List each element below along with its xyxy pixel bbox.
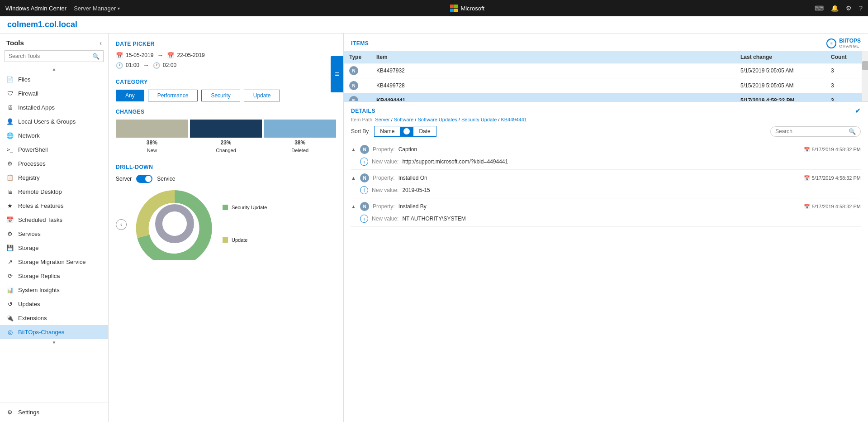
- panel-toggle-button[interactable]: ≡: [331, 56, 343, 92]
- sort-toggle[interactable]: [400, 127, 413, 136]
- sidebar-item-network[interactable]: 🌐 Network: [0, 129, 108, 143]
- category-update-button[interactable]: Update: [244, 90, 280, 101]
- items-title: ITEMS: [351, 40, 369, 47]
- sidebar-item-registry[interactable]: 📋 Registry: [0, 171, 108, 185]
- scroll-down-arrow: ▼: [52, 340, 57, 345]
- expand-installed-on-button[interactable]: ▲: [351, 175, 356, 181]
- details-search-icon[interactable]: 🔍: [849, 128, 856, 135]
- legend-security-update-color: [223, 205, 228, 210]
- sidebar-header: Tools ‹: [0, 34, 108, 50]
- drill-down-chart-area: ‹: [116, 187, 336, 261]
- microsoft-label: Microsoft: [460, 5, 484, 12]
- sidebar-item-storage[interactable]: 💾 Storage: [0, 241, 108, 255]
- sidebar-item-roles-features[interactable]: ★ Roles & Features: [0, 199, 108, 213]
- sort-date-button[interactable]: Date: [413, 126, 436, 136]
- files-icon: 📄: [6, 76, 14, 83]
- row-type: N: [344, 63, 371, 78]
- type-badge: N: [349, 96, 358, 101]
- sidebar-search-box: 🔍: [5, 50, 104, 62]
- calendar-to-icon: 📅: [167, 52, 174, 59]
- sidebar-item-services[interactable]: ⚙ Services: [0, 227, 108, 241]
- row-last-change: 5/15/2019 5:05:05 AM: [735, 78, 825, 93]
- scrollbar-thumb[interactable]: [862, 61, 868, 70]
- category-security-button[interactable]: Security: [201, 90, 240, 101]
- chart-back-button[interactable]: ‹: [116, 219, 127, 230]
- scroll-up-indicator: ▲: [0, 66, 108, 72]
- item-path-server[interactable]: Server: [375, 117, 389, 122]
- sidebar-item-powershell[interactable]: >_ PowerShell: [0, 143, 108, 157]
- settings-nav-item[interactable]: ⚙ Settings: [6, 406, 102, 418]
- bar-changed: 23% Changed: [190, 120, 262, 153]
- property-label-installed-on: Property:: [373, 175, 395, 181]
- table-row[interactable]: N KB4494441 5/17/2019 4:58:32 PM 3: [344, 93, 862, 101]
- sort-name-button[interactable]: Name: [375, 126, 400, 136]
- items-header-row: Type Item Last change Count: [344, 51, 862, 63]
- bar-new: 38% New: [116, 120, 188, 153]
- expand-installed-by-button[interactable]: ▲: [351, 204, 356, 209]
- search-input[interactable]: [5, 51, 89, 62]
- detail-value-row-caption: i New value: http://support.microsoft.co…: [351, 156, 861, 169]
- sidebar-item-extensions[interactable]: 🔌 Extensions: [0, 311, 108, 325]
- date-picker-title: DATE PICKER: [116, 41, 336, 47]
- items-table-scroll[interactable]: Type Item Last change Count N KB4497932: [344, 51, 862, 101]
- storage-icon: 💾: [6, 245, 14, 251]
- drill-down-server-label: Server: [116, 176, 132, 182]
- sidebar-item-installed-apps[interactable]: 🖥 Installed Apps: [0, 101, 108, 115]
- sidebar-item-label: Storage Migration Service: [18, 259, 86, 265]
- bell-icon[interactable]: 🔔: [831, 5, 839, 12]
- sidebar-item-storage-replica[interactable]: ⟳ Storage Replica: [0, 269, 108, 283]
- row-type: N: [344, 93, 371, 101]
- search-button[interactable]: 🔍: [89, 51, 103, 62]
- legend-update-text: Update: [232, 237, 247, 243]
- category-performance-button[interactable]: Performance: [148, 90, 198, 101]
- sidebar-item-remote-desktop[interactable]: 🖥 Remote Desktop: [0, 185, 108, 199]
- sidebar-item-firewall[interactable]: 🛡 Firewall: [0, 86, 108, 101]
- sidebar-item-label: Scheduled Tasks: [18, 216, 62, 223]
- biitops-logo: ≡ BiiTOPS CHANGE: [826, 38, 861, 48]
- category-any-button[interactable]: Any: [116, 90, 144, 101]
- app-title: Windows Admin Center: [5, 5, 66, 12]
- sidebar-item-scheduled-tasks[interactable]: 📅 Scheduled Tasks: [0, 213, 108, 227]
- sidebar-item-updates[interactable]: ↺ Updates: [0, 297, 108, 311]
- date-value-caption: 5/17/2019 4:58:32 PM: [812, 147, 861, 152]
- expand-caption-button[interactable]: ▲: [351, 147, 356, 152]
- drill-down-toggle[interactable]: [136, 175, 152, 183]
- bar-new-visual: [116, 120, 188, 138]
- server-manager-btn[interactable]: Server Manager ▾: [74, 5, 120, 12]
- property-name-caption: Caption: [398, 146, 417, 153]
- row-count: 3: [825, 78, 862, 93]
- sidebar-item-storage-migration[interactable]: ↗ Storage Migration Service: [0, 255, 108, 269]
- item-path-software[interactable]: Software: [394, 117, 413, 122]
- sidebar-item-biitops-changes[interactable]: ◎ BiiTOps-Changes: [0, 325, 108, 339]
- sidebar-item-local-users[interactable]: 👤 Local Users & Groups: [0, 115, 108, 129]
- biitops-brand: BiiTOPS: [839, 38, 861, 44]
- server-title-bar: colmem1.col.local: [0, 16, 868, 34]
- sidebar-item-files[interactable]: 📄 Files: [0, 72, 108, 86]
- table-row[interactable]: N KB4497932 5/15/2019 5:05:05 AM 3: [344, 63, 862, 78]
- ms-logo-blue: [450, 9, 454, 12]
- sidebar-item-system-insights[interactable]: 📊 System Insights: [0, 283, 108, 297]
- item-path-kb[interactable]: KB4494441: [501, 117, 527, 122]
- sidebar-collapse-button[interactable]: ‹: [100, 39, 102, 47]
- value-label-installed-by: New value:: [372, 216, 398, 222]
- help-icon[interactable]: ?: [859, 5, 863, 12]
- sidebar-item-processes[interactable]: ⚙ Processes: [0, 157, 108, 171]
- firewall-icon: 🛡: [6, 90, 14, 97]
- item-path-security-update[interactable]: Security Update: [461, 117, 497, 122]
- detail-date-caption: 📅 5/17/2019 4:58:32 PM: [804, 147, 861, 153]
- details-collapse-button[interactable]: ✔: [855, 106, 861, 115]
- row-item: KB4494441: [371, 93, 735, 101]
- command-line-icon[interactable]: ⌨: [815, 5, 824, 12]
- item-path-software-updates[interactable]: Software Updates: [417, 117, 457, 122]
- settings-icon[interactable]: ⚙: [846, 5, 852, 12]
- table-row[interactable]: N KB4499728 5/15/2019 5:05:05 AM 3: [344, 78, 862, 93]
- sidebar-footer: ⚙ Settings: [0, 402, 108, 422]
- date-value-installed-on: 5/17/2019 4:58:32 PM: [812, 175, 861, 181]
- legend-security-update-text: Security Update: [232, 205, 267, 210]
- network-icon: 🌐: [6, 132, 14, 139]
- details-search-input[interactable]: [775, 128, 849, 134]
- detail-item-caption: ▲ N Property: Caption 📅 5/17/2019 4:58:3…: [351, 141, 861, 170]
- topbar-center: Microsoft: [127, 5, 807, 12]
- row-item: KB4497932: [371, 63, 735, 78]
- items-table: Type Item Last change Count N KB4497932: [344, 51, 862, 101]
